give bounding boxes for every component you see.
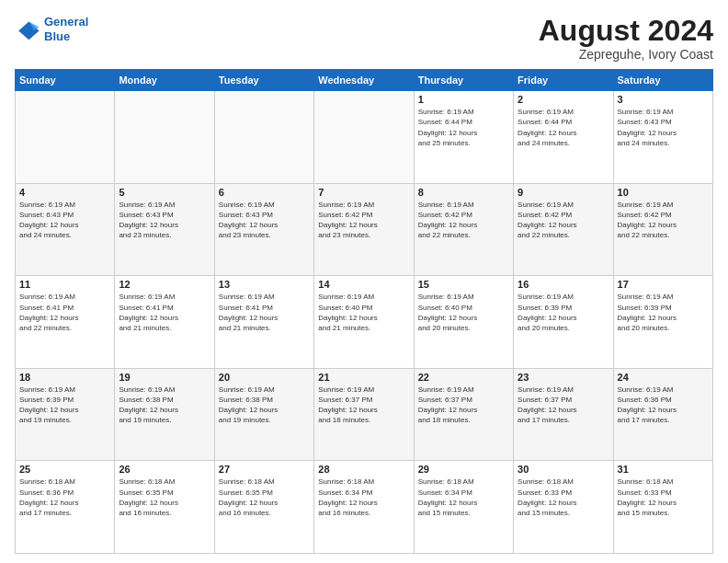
calendar-cell: 7Sunrise: 6:19 AM Sunset: 6:42 PM Daylig… bbox=[314, 183, 414, 276]
day-number: 10 bbox=[618, 187, 709, 198]
logo-blue: Blue bbox=[44, 29, 70, 43]
calendar-cell: 9Sunrise: 6:19 AM Sunset: 6:42 PM Daylig… bbox=[514, 183, 613, 276]
day-info: Sunrise: 6:19 AM Sunset: 6:44 PM Dayligh… bbox=[518, 107, 609, 148]
calendar-header-row: SundayMondayTuesdayWednesdayThursdayFrid… bbox=[16, 70, 713, 91]
day-number: 12 bbox=[119, 279, 210, 290]
calendar-cell: 24Sunrise: 6:19 AM Sunset: 6:36 PM Dayli… bbox=[613, 368, 712, 461]
main-title: August 2024 bbox=[539, 15, 713, 47]
day-info: Sunrise: 6:19 AM Sunset: 6:43 PM Dayligh… bbox=[219, 200, 310, 241]
day-number: 2 bbox=[518, 94, 609, 105]
day-info: Sunrise: 6:19 AM Sunset: 6:42 PM Dayligh… bbox=[318, 200, 409, 241]
calendar-week-1: 4Sunrise: 6:19 AM Sunset: 6:43 PM Daylig… bbox=[16, 183, 713, 276]
calendar-week-3: 18Sunrise: 6:19 AM Sunset: 6:39 PM Dayli… bbox=[16, 368, 713, 461]
calendar-cell: 2Sunrise: 6:19 AM Sunset: 6:44 PM Daylig… bbox=[514, 91, 613, 184]
calendar-header-tuesday: Tuesday bbox=[214, 70, 313, 91]
day-info: Sunrise: 6:19 AM Sunset: 6:41 PM Dayligh… bbox=[19, 292, 110, 333]
header: General Blue August 2024 Zepreguhe, Ivor… bbox=[15, 15, 713, 62]
day-info: Sunrise: 6:19 AM Sunset: 6:44 PM Dayligh… bbox=[418, 107, 509, 148]
day-info: Sunrise: 6:19 AM Sunset: 6:37 PM Dayligh… bbox=[318, 385, 409, 426]
day-info: Sunrise: 6:19 AM Sunset: 6:37 PM Dayligh… bbox=[518, 385, 609, 426]
day-info: Sunrise: 6:18 AM Sunset: 6:33 PM Dayligh… bbox=[618, 477, 709, 518]
day-number: 5 bbox=[119, 187, 210, 198]
day-number: 1 bbox=[418, 94, 509, 105]
calendar-cell: 10Sunrise: 6:19 AM Sunset: 6:42 PM Dayli… bbox=[613, 183, 712, 276]
day-number: 4 bbox=[19, 187, 110, 198]
day-number: 14 bbox=[318, 279, 409, 290]
day-info: Sunrise: 6:18 AM Sunset: 6:33 PM Dayligh… bbox=[518, 477, 609, 518]
day-number: 16 bbox=[518, 279, 609, 290]
day-info: Sunrise: 6:19 AM Sunset: 6:38 PM Dayligh… bbox=[219, 385, 310, 426]
day-number: 26 bbox=[119, 464, 210, 475]
day-info: Sunrise: 6:19 AM Sunset: 6:39 PM Dayligh… bbox=[19, 385, 110, 426]
calendar-cell: 20Sunrise: 6:19 AM Sunset: 6:38 PM Dayli… bbox=[214, 368, 313, 461]
calendar-cell: 16Sunrise: 6:19 AM Sunset: 6:39 PM Dayli… bbox=[514, 276, 613, 369]
day-number: 6 bbox=[219, 187, 310, 198]
calendar-cell: 22Sunrise: 6:19 AM Sunset: 6:37 PM Dayli… bbox=[414, 368, 513, 461]
day-number: 21 bbox=[318, 372, 409, 383]
day-number: 7 bbox=[318, 187, 409, 198]
calendar-cell: 11Sunrise: 6:19 AM Sunset: 6:41 PM Dayli… bbox=[16, 276, 115, 369]
logo: General Blue bbox=[15, 15, 88, 43]
day-info: Sunrise: 6:19 AM Sunset: 6:43 PM Dayligh… bbox=[19, 200, 110, 241]
calendar-cell: 21Sunrise: 6:19 AM Sunset: 6:37 PM Dayli… bbox=[314, 368, 414, 461]
calendar-table: SundayMondayTuesdayWednesdayThursdayFrid… bbox=[15, 69, 713, 554]
day-number: 29 bbox=[418, 464, 509, 475]
title-block: August 2024 Zepreguhe, Ivory Coast bbox=[539, 15, 713, 62]
day-info: Sunrise: 6:19 AM Sunset: 6:41 PM Dayligh… bbox=[119, 292, 210, 333]
day-number: 20 bbox=[219, 372, 310, 383]
calendar-cell: 23Sunrise: 6:19 AM Sunset: 6:37 PM Dayli… bbox=[514, 368, 613, 461]
day-info: Sunrise: 6:19 AM Sunset: 6:38 PM Dayligh… bbox=[119, 385, 210, 426]
calendar-week-0: 1Sunrise: 6:19 AM Sunset: 6:44 PM Daylig… bbox=[16, 91, 713, 184]
calendar-cell: 5Sunrise: 6:19 AM Sunset: 6:43 PM Daylig… bbox=[115, 183, 214, 276]
calendar-header-friday: Friday bbox=[514, 70, 613, 91]
day-info: Sunrise: 6:18 AM Sunset: 6:35 PM Dayligh… bbox=[219, 477, 310, 518]
day-info: Sunrise: 6:18 AM Sunset: 6:35 PM Dayligh… bbox=[119, 477, 210, 518]
day-info: Sunrise: 6:19 AM Sunset: 6:42 PM Dayligh… bbox=[418, 200, 509, 241]
calendar-cell bbox=[214, 91, 313, 184]
calendar-cell: 27Sunrise: 6:18 AM Sunset: 6:35 PM Dayli… bbox=[214, 461, 313, 554]
calendar-cell: 1Sunrise: 6:19 AM Sunset: 6:44 PM Daylig… bbox=[414, 91, 513, 184]
calendar-cell: 28Sunrise: 6:18 AM Sunset: 6:34 PM Dayli… bbox=[314, 461, 414, 554]
day-number: 15 bbox=[418, 279, 509, 290]
calendar-cell bbox=[314, 91, 414, 184]
calendar-cell: 6Sunrise: 6:19 AM Sunset: 6:43 PM Daylig… bbox=[214, 183, 313, 276]
day-number: 24 bbox=[618, 372, 709, 383]
day-number: 28 bbox=[318, 464, 409, 475]
calendar-cell: 31Sunrise: 6:18 AM Sunset: 6:33 PM Dayli… bbox=[613, 461, 712, 554]
calendar-header-thursday: Thursday bbox=[414, 70, 513, 91]
calendar-cell bbox=[115, 91, 214, 184]
calendar-cell: 12Sunrise: 6:19 AM Sunset: 6:41 PM Dayli… bbox=[115, 276, 214, 369]
calendar-header-wednesday: Wednesday bbox=[314, 70, 414, 91]
day-info: Sunrise: 6:19 AM Sunset: 6:41 PM Dayligh… bbox=[219, 292, 310, 333]
calendar-cell: 13Sunrise: 6:19 AM Sunset: 6:41 PM Dayli… bbox=[214, 276, 313, 369]
day-number: 8 bbox=[418, 187, 509, 198]
day-number: 3 bbox=[618, 94, 709, 105]
calendar-cell: 15Sunrise: 6:19 AM Sunset: 6:40 PM Dayli… bbox=[414, 276, 513, 369]
calendar-cell bbox=[16, 91, 115, 184]
day-info: Sunrise: 6:19 AM Sunset: 6:39 PM Dayligh… bbox=[518, 292, 609, 333]
calendar-cell: 3Sunrise: 6:19 AM Sunset: 6:43 PM Daylig… bbox=[613, 91, 712, 184]
page: General Blue August 2024 Zepreguhe, Ivor… bbox=[0, 0, 728, 563]
calendar-cell: 18Sunrise: 6:19 AM Sunset: 6:39 PM Dayli… bbox=[16, 368, 115, 461]
calendar-week-4: 25Sunrise: 6:18 AM Sunset: 6:36 PM Dayli… bbox=[16, 461, 713, 554]
day-number: 18 bbox=[19, 372, 110, 383]
calendar-cell: 25Sunrise: 6:18 AM Sunset: 6:36 PM Dayli… bbox=[16, 461, 115, 554]
day-info: Sunrise: 6:18 AM Sunset: 6:34 PM Dayligh… bbox=[318, 477, 409, 518]
subtitle: Zepreguhe, Ivory Coast bbox=[539, 47, 713, 62]
calendar-cell: 26Sunrise: 6:18 AM Sunset: 6:35 PM Dayli… bbox=[115, 461, 214, 554]
day-info: Sunrise: 6:19 AM Sunset: 6:39 PM Dayligh… bbox=[618, 292, 709, 333]
day-info: Sunrise: 6:19 AM Sunset: 6:43 PM Dayligh… bbox=[119, 200, 210, 241]
day-info: Sunrise: 6:19 AM Sunset: 6:40 PM Dayligh… bbox=[418, 292, 509, 333]
calendar-cell: 30Sunrise: 6:18 AM Sunset: 6:33 PM Dayli… bbox=[514, 461, 613, 554]
day-info: Sunrise: 6:18 AM Sunset: 6:34 PM Dayligh… bbox=[418, 477, 509, 518]
logo-icon bbox=[15, 17, 40, 42]
day-info: Sunrise: 6:18 AM Sunset: 6:36 PM Dayligh… bbox=[19, 477, 110, 518]
day-info: Sunrise: 6:19 AM Sunset: 6:37 PM Dayligh… bbox=[418, 385, 509, 426]
calendar-cell: 17Sunrise: 6:19 AM Sunset: 6:39 PM Dayli… bbox=[613, 276, 712, 369]
day-number: 19 bbox=[119, 372, 210, 383]
day-number: 30 bbox=[518, 464, 609, 475]
calendar-week-2: 11Sunrise: 6:19 AM Sunset: 6:41 PM Dayli… bbox=[16, 276, 713, 369]
logo-general: General bbox=[44, 15, 88, 29]
calendar-cell: 8Sunrise: 6:19 AM Sunset: 6:42 PM Daylig… bbox=[414, 183, 513, 276]
calendar-cell: 4Sunrise: 6:19 AM Sunset: 6:43 PM Daylig… bbox=[16, 183, 115, 276]
